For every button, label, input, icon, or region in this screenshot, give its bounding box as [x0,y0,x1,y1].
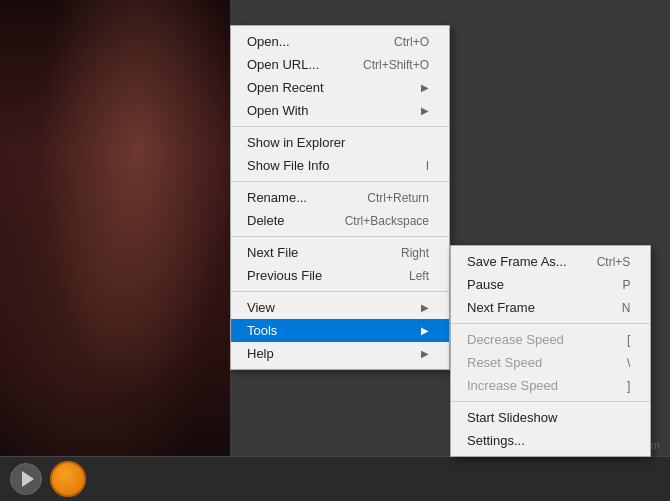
orange-circle-button[interactable] [50,461,86,497]
arrow-icon-open-recent: ▶ [421,82,429,93]
submenu-item-pause[interactable]: Pause P [451,273,650,296]
menu-item-next-file[interactable]: Next File Right [231,241,449,264]
submenu-separator-1 [451,323,650,324]
menu-shortcut-open: Ctrl+O [394,35,429,49]
submenu-label-increase-speed: Increase Speed [467,378,558,393]
separator-4 [231,291,449,292]
submenu-item-reset-speed[interactable]: Reset Speed \ [451,351,650,374]
submenu-separator-2 [451,401,650,402]
menu-item-delete[interactable]: Delete Ctrl+Backspace [231,209,449,232]
menu-item-open-recent[interactable]: Open Recent ▶ [231,76,449,99]
menu-shortcut-rename: Ctrl+Return [367,191,429,205]
menu-label-open-with: Open With [247,103,308,118]
menu-item-prev-file[interactable]: Previous File Left [231,264,449,287]
menu-label-view: View [247,300,275,315]
menu-shortcut-next-file: Right [401,246,429,260]
menu-item-open[interactable]: Open... Ctrl+O [231,30,449,53]
separator-1 [231,126,449,127]
submenu-shortcut-reset-speed: \ [627,356,630,370]
menu-label-open: Open... [247,34,290,49]
menu-label-prev-file: Previous File [247,268,322,283]
menu-item-open-with[interactable]: Open With ▶ [231,99,449,122]
submenu-label-settings: Settings... [467,433,525,448]
submenu-item-next-frame[interactable]: Next Frame N [451,296,650,319]
submenu-item-start-slideshow[interactable]: Start Slideshow [451,406,650,429]
menu-item-show-file-info[interactable]: Show File Info I [231,154,449,177]
play-icon [22,471,34,487]
menu-label-tools: Tools [247,323,277,338]
menu-shortcut-delete: Ctrl+Backspace [345,214,429,228]
submenu-label-start-slideshow: Start Slideshow [467,410,557,425]
menu-shortcut-open-url: Ctrl+Shift+O [363,58,429,72]
submenu-item-decrease-speed[interactable]: Decrease Speed [ [451,328,650,351]
menu-shortcut-show-file-info: I [426,159,429,173]
submenu-label-decrease-speed: Decrease Speed [467,332,564,347]
menu-item-rename[interactable]: Rename... Ctrl+Return [231,186,449,209]
menu-label-show-file-info: Show File Info [247,158,329,173]
menu-item-view[interactable]: View ▶ [231,296,449,319]
background-image [0,0,230,501]
submenu-shortcut-decrease-speed: [ [627,333,630,347]
menu-item-show-explorer[interactable]: Show in Explorer [231,131,449,154]
menu-label-open-url: Open URL... [247,57,319,72]
separator-2 [231,181,449,182]
arrow-icon-view: ▶ [421,302,429,313]
submenu-label-save-frame: Save Frame As... [467,254,567,269]
menu-label-rename: Rename... [247,190,307,205]
tools-submenu: Save Frame As... Ctrl+S Pause P Next Fra… [450,245,651,457]
submenu-shortcut-next-frame: N [622,301,631,315]
menu-label-open-recent: Open Recent [247,80,324,95]
menu-shortcut-prev-file: Left [409,269,429,283]
submenu-item-settings[interactable]: Settings... [451,429,650,452]
bottom-bar [0,456,670,501]
separator-3 [231,236,449,237]
submenu-shortcut-save-frame: Ctrl+S [597,255,631,269]
menu-label-delete: Delete [247,213,285,228]
submenu-shortcut-increase-speed: ] [627,379,630,393]
context-menu: Open... Ctrl+O Open URL... Ctrl+Shift+O … [230,25,450,370]
submenu-label-next-frame: Next Frame [467,300,535,315]
play-button[interactable] [10,463,42,495]
menu-label-next-file: Next File [247,245,298,260]
menu-label-help: Help [247,346,274,361]
arrow-icon-open-with: ▶ [421,105,429,116]
menu-item-open-url[interactable]: Open URL... Ctrl+Shift+O [231,53,449,76]
submenu-shortcut-pause: P [622,278,630,292]
menu-label-show-explorer: Show in Explorer [247,135,345,150]
submenu-label-reset-speed: Reset Speed [467,355,542,370]
arrow-icon-help: ▶ [421,348,429,359]
submenu-item-increase-speed[interactable]: Increase Speed ] [451,374,650,397]
arrow-icon-tools: ▶ [421,325,429,336]
menu-item-tools[interactable]: Tools ▶ [231,319,449,342]
menu-item-help[interactable]: Help ▶ [231,342,449,365]
submenu-label-pause: Pause [467,277,504,292]
submenu-item-save-frame[interactable]: Save Frame As... Ctrl+S [451,250,650,273]
